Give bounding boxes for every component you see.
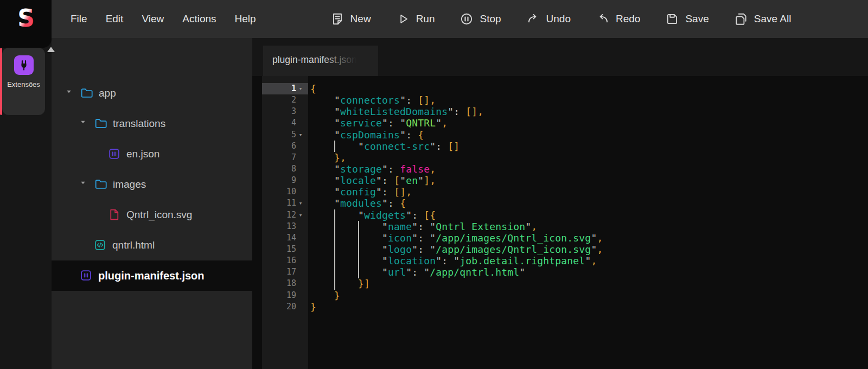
editor-gutter: 1▾2345▾67891011▾12▾1314151617181920 bbox=[262, 76, 308, 369]
gutter-line-16: 16 bbox=[262, 255, 308, 266]
tree-item-images[interactable]: images bbox=[52, 169, 252, 200]
line-number: 14 bbox=[286, 232, 296, 244]
code-line-9: "locale": ["en"], bbox=[310, 175, 868, 186]
fold-arrow-icon[interactable]: ▾ bbox=[296, 209, 305, 221]
tree-item-app[interactable]: app bbox=[52, 78, 252, 109]
line-number: 18 bbox=[286, 278, 296, 289]
svg-text:S: S bbox=[17, 4, 35, 32]
fold-arrow-icon[interactable]: ▾ bbox=[296, 83, 305, 94]
new-button[interactable]: New bbox=[330, 12, 371, 26]
code-line-11: "modules": { bbox=[310, 198, 868, 209]
gutter-line-18: 18 bbox=[262, 278, 308, 289]
gutter-line-7: 7 bbox=[262, 152, 308, 163]
tree-item-plugin-manifest.json[interactable]: plugin-manifest.json bbox=[52, 260, 252, 291]
file-tree: apptranslationsen.jsonimagesQntrl_icon.s… bbox=[52, 38, 252, 291]
gutter-line-8: 8 bbox=[262, 163, 308, 175]
tool-label: Save All bbox=[754, 13, 792, 25]
chevron-down-icon[interactable] bbox=[79, 179, 90, 190]
gutter-line-13: 13 bbox=[262, 221, 308, 232]
folder-icon bbox=[94, 177, 108, 192]
tab-bar: plugin-manifest.json bbox=[252, 38, 868, 76]
code-line-7: }, bbox=[310, 152, 868, 163]
line-number: 17 bbox=[286, 266, 296, 278]
line-number: 16 bbox=[286, 255, 296, 266]
tool-label: Stop bbox=[480, 13, 501, 25]
scroll-up-icon[interactable] bbox=[45, 46, 57, 54]
save-all-button[interactable]: Save All bbox=[734, 12, 792, 26]
menu-help[interactable]: Help bbox=[226, 10, 265, 28]
gutter-line-9: 9 bbox=[262, 175, 308, 186]
toolbar: NewRunStopUndoRedoSaveSave All bbox=[330, 12, 816, 26]
gutter-line-2: 2 bbox=[262, 94, 308, 106]
editor-pane: plugin-manifest.json 1▾2345▾67891011▾12▾… bbox=[252, 38, 868, 369]
tree-item-label: app bbox=[99, 87, 116, 99]
tree-item-translations[interactable]: translations bbox=[52, 109, 252, 139]
code-editor[interactable]: { "connectors": [], "whiteListedDomains"… bbox=[310, 83, 868, 369]
run-button[interactable]: Run bbox=[396, 12, 435, 26]
menu-view[interactable]: View bbox=[132, 10, 173, 28]
tree-item-label: translations bbox=[113, 118, 165, 130]
line-number: 19 bbox=[286, 290, 296, 301]
undo-button[interactable]: Undo bbox=[526, 12, 571, 26]
indent-guide bbox=[334, 141, 335, 152]
code-line-18: }] bbox=[310, 278, 868, 289]
code-line-5: "cspDomains": { bbox=[310, 129, 868, 141]
code-line-1: { bbox=[310, 83, 868, 94]
menu-edit[interactable]: Edit bbox=[97, 10, 133, 28]
new-file-icon bbox=[330, 12, 344, 26]
tab-label-fade bbox=[321, 46, 378, 76]
gutter-line-15: 15 bbox=[262, 244, 308, 255]
fold-arrow-icon[interactable]: ▾ bbox=[296, 198, 305, 209]
line-number: 13 bbox=[286, 221, 296, 232]
menu-actions[interactable]: Actions bbox=[173, 10, 225, 28]
code-line-17: "url": "/app/qntrl.html" bbox=[310, 266, 868, 278]
line-number: 10 bbox=[286, 186, 296, 198]
chevron-down-icon[interactable] bbox=[65, 88, 76, 99]
stop-icon bbox=[459, 12, 474, 26]
tree-item-en.json[interactable]: en.json bbox=[52, 139, 252, 169]
redo-icon bbox=[596, 12, 610, 26]
logo-block: S bbox=[0, 0, 52, 48]
stop-button[interactable]: Stop bbox=[459, 12, 501, 26]
activity-bar: S Extensões bbox=[0, 0, 52, 369]
line-number: 20 bbox=[286, 301, 296, 313]
tree-item-label: images bbox=[113, 179, 146, 190]
html-file-icon bbox=[93, 238, 107, 252]
extensions-label: Extensões bbox=[7, 80, 41, 89]
tree-item-label: en.json bbox=[126, 148, 159, 160]
line-number: 15 bbox=[286, 244, 296, 255]
gutter-line-17: 17 bbox=[262, 266, 308, 278]
undo-icon bbox=[526, 12, 540, 26]
menu-file[interactable]: File bbox=[61, 10, 97, 28]
line-number: 4 bbox=[291, 117, 296, 129]
fold-arrow-icon[interactable]: ▾ bbox=[296, 129, 305, 141]
line-number: 7 bbox=[291, 152, 296, 163]
folder-icon bbox=[94, 117, 108, 131]
svg-file-icon bbox=[107, 208, 122, 222]
gutter-line-11: 11▾ bbox=[262, 198, 308, 209]
folder-icon bbox=[80, 86, 94, 100]
sidebar-item-extensions[interactable]: Extensões bbox=[2, 48, 45, 115]
gutter-line-5: 5▾ bbox=[262, 129, 308, 141]
line-number: 5 bbox=[291, 129, 296, 141]
gutter-line-3: 3 bbox=[262, 106, 308, 117]
gutter-line-19: 19 bbox=[262, 290, 308, 301]
line-number: 2 bbox=[291, 94, 296, 106]
save-button[interactable]: Save bbox=[665, 12, 709, 26]
gutter-line-12: 12▾ bbox=[262, 209, 308, 221]
tab-plugin-manifest[interactable]: plugin-manifest.json bbox=[263, 46, 378, 76]
code-line-19: } bbox=[310, 290, 868, 301]
tree-item-qntrl.html[interactable]: qntrl.html bbox=[52, 230, 252, 260]
code-line-8: "storage": false, bbox=[310, 163, 868, 175]
save-icon bbox=[665, 12, 679, 26]
gutter-line-20: 20 bbox=[262, 301, 308, 313]
json-file-icon bbox=[79, 269, 93, 283]
tool-label: Save bbox=[685, 13, 709, 25]
tree-item-qntrl-icon.svg[interactable]: Qntrl_icon.svg bbox=[52, 200, 252, 230]
gutter-line-6: 6 bbox=[262, 141, 308, 152]
run-icon bbox=[396, 12, 410, 26]
chevron-down-icon[interactable] bbox=[79, 118, 90, 129]
tool-label: Redo bbox=[616, 13, 640, 25]
line-number: 6 bbox=[291, 141, 296, 152]
redo-button[interactable]: Redo bbox=[596, 12, 640, 26]
